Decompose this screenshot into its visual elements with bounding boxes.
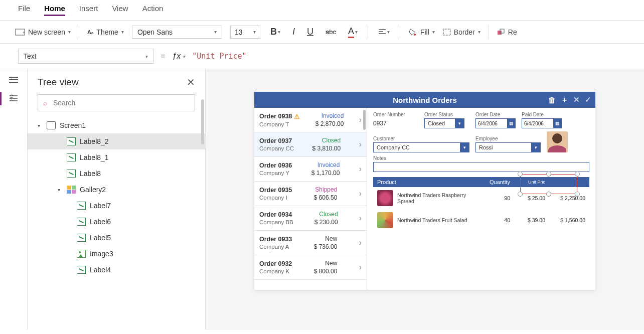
employee-select[interactable]: Rossi▾ (475, 142, 541, 152)
formula-bar: Text▾ = ƒx▾ "Unit Price" (0, 44, 644, 69)
tree: ▾Screen1Label8_2Label8_1Label8▾Gallery2L… (28, 117, 205, 330)
close-icon[interactable]: ✕ (187, 76, 195, 88)
tree-item-label6[interactable]: Label6 (28, 214, 205, 230)
order-row[interactable]: Order 0934Company BBClosed$ 230.00› (254, 206, 367, 231)
selection-box[interactable] (520, 174, 577, 194)
order-status-label: Order Status (424, 112, 469, 117)
menu-bar: File Home Insert View Action (0, 0, 644, 21)
order-detail: Order Number 0937 Order Status Closed▾ O… (367, 108, 595, 290)
employee-label: Employee (475, 136, 541, 141)
search-icon: ⌕ (43, 99, 47, 107)
property-select[interactable]: Text▾ (18, 49, 153, 64)
menu-view[interactable]: View (112, 4, 128, 16)
toolbar: + New screen▾ Aa Theme▾ Open Sans▾ 13▾ B… (0, 21, 644, 44)
order-date-label: Order Date (475, 112, 516, 117)
font-size-select[interactable]: 13▾ (230, 26, 260, 39)
left-rail (0, 69, 28, 330)
tree-item-screen1[interactable]: ▾Screen1 (28, 117, 205, 133)
list-scrollbar[interactable] (363, 110, 366, 130)
customer-label: Customer (373, 136, 469, 141)
tree-item-label8_2[interactable]: Label8_2 (28, 133, 205, 149)
search-box[interactable]: ⌕ (38, 94, 195, 111)
search-input[interactable] (52, 98, 190, 107)
formula-input[interactable]: "Unit Price" (192, 52, 626, 61)
notes-input[interactable] (373, 162, 589, 172)
check-icon[interactable]: ✓ (585, 95, 591, 104)
menu-file[interactable]: File (18, 4, 30, 16)
plus-icon[interactable]: ＋ (561, 95, 568, 105)
order-row[interactable]: Order 0938 ⚠Company TInvoiced$ 2,870.00› (254, 108, 367, 132)
customer-select[interactable]: Company CC▾ (373, 142, 469, 152)
tree-view-icon[interactable] (9, 94, 18, 102)
order-list[interactable]: Order 0938 ⚠Company TInvoiced$ 2,870.00›… (254, 108, 367, 290)
font-select[interactable]: Open Sans▾ (132, 26, 222, 39)
main: Tree view ✕ ⌕ ▾Screen1Label8_2Label8_1La… (0, 69, 644, 330)
order-row[interactable]: Order 0936Company YInvoiced$ 1,170.00› (254, 157, 367, 182)
font-color-button[interactable]: A▾ (346, 26, 360, 38)
svg-rect-7 (498, 31, 502, 35)
new-screen-button[interactable]: + New screen▾ (15, 28, 71, 36)
tree-item-label8_1[interactable]: Label8_1 (28, 149, 205, 165)
fx-button[interactable]: ƒx▾ (172, 52, 185, 61)
product-header: Product Quantity Unit Pric (373, 177, 589, 187)
app-frame: Northwind Orders 🗑 ＋ ✕ ✓ Order 0938 ⚠Com… (254, 92, 595, 290)
scrollbar[interactable] (201, 99, 204, 144)
notes-label: Notes (373, 155, 589, 161)
tree-item-label7[interactable]: Label7 (28, 198, 205, 214)
order-date-input[interactable]: 6/4/2006▦ (475, 118, 516, 128)
tree-item-gallery2[interactable]: ▾Gallery2 (28, 182, 205, 198)
tree-item-image3[interactable]: Image3 (28, 246, 205, 262)
paid-date-label: Paid Date (522, 112, 562, 117)
avatar (547, 131, 568, 152)
order-status-select[interactable]: Closed▾ (424, 118, 464, 128)
trash-icon[interactable]: 🗑 (548, 96, 556, 104)
menu-home[interactable]: Home (44, 4, 65, 16)
equals-sign: = (160, 52, 165, 61)
order-row[interactable]: Order 0932Company KNew$ 800.00› (254, 255, 367, 280)
svg-rect-6 (443, 29, 450, 35)
strike-button[interactable]: abc (324, 28, 338, 36)
order-row[interactable]: Order 0933Company ANew$ 736.00› (254, 231, 367, 255)
sidebar-title: Tree view (38, 77, 79, 88)
align-button[interactable]: ▾ (376, 29, 392, 36)
theme-button[interactable]: Aa Theme▾ (87, 28, 124, 36)
order-number-label: Order Number (373, 112, 418, 117)
tree-item-label8[interactable]: Label8 (28, 165, 205, 182)
italic-button[interactable]: I (290, 27, 297, 37)
border-button[interactable]: Border▾ (443, 28, 480, 36)
product-row: Northwind Traders Fruit Salad40$ 39.00$ … (373, 209, 589, 231)
svg-text:+: + (23, 30, 25, 35)
menu-action[interactable]: Action (142, 4, 164, 16)
tree-item-label4[interactable]: Label4 (28, 262, 205, 278)
cancel-icon[interactable]: ✕ (573, 95, 580, 104)
reorder-button[interactable]: Re (497, 28, 517, 36)
paid-date-input[interactable]: 6/4/2006▦ (522, 118, 562, 128)
bold-button[interactable]: B▾ (268, 27, 282, 37)
order-row[interactable]: Order 0935Company IShipped$ 606.50› (254, 182, 367, 206)
menu-insert[interactable]: Insert (79, 4, 98, 16)
tree-item-label5[interactable]: Label5 (28, 230, 205, 246)
app-title-bar: Northwind Orders 🗑 ＋ ✕ ✓ (254, 92, 595, 108)
canvas: Northwind Orders 🗑 ＋ ✕ ✓ Order 0938 ⚠Com… (206, 69, 644, 330)
order-row[interactable]: Order 0937Company CCClosed$ 3,810.00› (254, 132, 367, 157)
order-number-value: 0937 (373, 118, 418, 128)
fill-button[interactable]: Fill▾ (408, 28, 435, 36)
sidebar: Tree view ✕ ⌕ ▾Screen1Label8_2Label8_1La… (28, 69, 206, 330)
hamburger-icon[interactable] (9, 76, 18, 83)
svg-point-5 (414, 34, 416, 36)
underline-button[interactable]: U (305, 27, 315, 37)
